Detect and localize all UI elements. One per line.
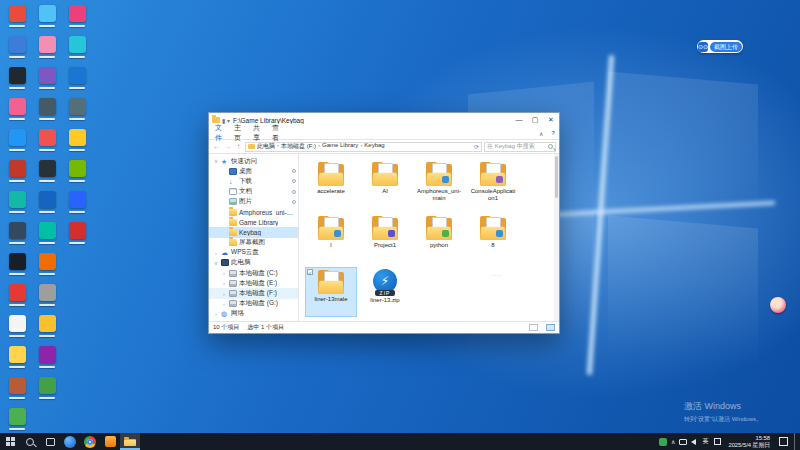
expander-icon[interactable]: › bbox=[221, 280, 227, 286]
volume-icon[interactable] bbox=[691, 439, 696, 445]
desktop-icon[interactable] bbox=[4, 98, 30, 126]
file-explorer-taskbar-icon[interactable] bbox=[120, 433, 140, 450]
desktop-icon[interactable] bbox=[34, 98, 60, 126]
expander-icon[interactable]: ∨ bbox=[213, 260, 219, 266]
breadcrumb[interactable]: 此电脑›本地磁盘 (F:)›Game Library›Keybag ⟳ bbox=[245, 142, 482, 152]
desktop-icon[interactable] bbox=[64, 36, 90, 64]
clock[interactable]: 15:58 2025/5/4 星期日 bbox=[725, 435, 773, 448]
desktop-icon[interactable] bbox=[34, 67, 60, 95]
maximize-button[interactable]: ▢ bbox=[527, 113, 543, 127]
desktop-icon[interactable] bbox=[4, 408, 30, 436]
up-icon[interactable]: ↑ bbox=[234, 142, 243, 151]
breadcrumb-item-本地磁盘-f-[interactable]: 本地磁盘 (F:) bbox=[281, 142, 316, 151]
sidebar-item-game-library[interactable]: Game Library bbox=[209, 217, 298, 227]
sidebar-item-桌面[interactable]: 桌面 bbox=[209, 166, 298, 176]
browser-blue-taskbar-icon[interactable] bbox=[60, 433, 80, 450]
desktop-icon[interactable] bbox=[34, 36, 60, 64]
search-button[interactable] bbox=[20, 433, 40, 450]
file-tile-consoleapplication1[interactable]: ConsoleApplication1 bbox=[467, 159, 519, 209]
sidebar-item-图片[interactable]: 图片 bbox=[209, 197, 298, 207]
minimize-button[interactable]: — bbox=[511, 113, 527, 127]
sidebar-item-屏幕截图[interactable]: 屏幕截图 bbox=[209, 238, 298, 248]
file-tile-ai[interactable]: AI bbox=[359, 159, 411, 209]
desktop-icon[interactable] bbox=[34, 253, 60, 281]
sidebar-item-keybag[interactable]: Keybag bbox=[209, 227, 298, 237]
expander-icon[interactable]: › bbox=[221, 301, 227, 307]
desktop-icon[interactable] bbox=[34, 284, 60, 312]
show-desktop-button[interactable] bbox=[794, 433, 798, 450]
desktop-icon[interactable] bbox=[34, 160, 60, 188]
desktop-icon[interactable] bbox=[34, 191, 60, 219]
file-tile-project1[interactable]: Project1 bbox=[359, 213, 411, 263]
pill-action-button[interactable]: 截图上传 bbox=[710, 42, 742, 52]
task-view-taskbar-icon[interactable] bbox=[40, 433, 60, 450]
sidebar-item-网络[interactable]: ›◍网络 bbox=[209, 309, 298, 319]
breadcrumb-item-keybag[interactable]: Keybag bbox=[364, 142, 384, 151]
ime-indicator[interactable]: 英 bbox=[700, 436, 710, 447]
ribbon-collapse-icon[interactable]: ∧ bbox=[535, 130, 547, 137]
sidebar-item-本地磁盘-f-[interactable]: ›本地磁盘 (F:) bbox=[209, 288, 298, 298]
app-orange-taskbar-icon[interactable] bbox=[100, 433, 120, 450]
sidebar-item-本地磁盘-g-[interactable]: ›本地磁盘 (G:) bbox=[209, 299, 298, 309]
expander-icon[interactable]: ∨ bbox=[213, 158, 219, 164]
desktop-icon[interactable] bbox=[4, 253, 30, 281]
file-tile-amphoreus-uni-main[interactable]: Amphoreus_uni-main bbox=[413, 159, 465, 209]
sidebar-item-文档[interactable]: 文档 bbox=[209, 187, 298, 197]
file-tile-8[interactable]: 8 bbox=[467, 213, 519, 263]
sidebar-item-快速访问[interactable]: ∨★快速访问 bbox=[209, 156, 298, 166]
browser-chrome-taskbar-icon[interactable] bbox=[80, 433, 100, 450]
desktop-icon[interactable] bbox=[4, 191, 30, 219]
desktop-icon[interactable] bbox=[4, 346, 30, 374]
desktop-icon[interactable] bbox=[4, 36, 30, 64]
floating-avatar-button[interactable] bbox=[770, 297, 786, 313]
start-button[interactable] bbox=[0, 433, 20, 450]
back-icon[interactable]: ← bbox=[212, 142, 221, 151]
antivirus-tray-icon[interactable] bbox=[659, 438, 667, 446]
desktop-icon[interactable] bbox=[4, 377, 30, 405]
desktop-icon[interactable] bbox=[34, 315, 60, 343]
desktop-icon[interactable] bbox=[64, 222, 90, 250]
desktop-icon[interactable] bbox=[4, 129, 30, 157]
desktop-icon[interactable] bbox=[64, 5, 90, 33]
desktop-icon[interactable] bbox=[4, 67, 30, 95]
desktop-icon[interactable] bbox=[34, 346, 60, 374]
details-view-icon[interactable] bbox=[529, 324, 538, 331]
expander-icon[interactable]: › bbox=[213, 311, 219, 317]
expander-icon[interactable]: › bbox=[221, 270, 227, 276]
forward-icon[interactable]: → bbox=[223, 142, 232, 151]
sidebar-item-本地磁盘-c-[interactable]: ›本地磁盘 (C:) bbox=[209, 268, 298, 278]
expander-icon[interactable]: › bbox=[213, 250, 219, 256]
help-icon[interactable]: ? bbox=[547, 130, 559, 136]
action-center-icon[interactable] bbox=[779, 437, 788, 446]
checkbox-icon[interactable]: ✓ bbox=[307, 269, 313, 275]
tray-app-icon[interactable] bbox=[714, 438, 721, 445]
desktop-icon[interactable] bbox=[64, 129, 90, 157]
hidden-icons-chevron[interactable]: ∧ bbox=[671, 438, 675, 445]
close-button[interactable]: ✕ bbox=[543, 113, 559, 127]
files-pane[interactable]: ⋯⋯ accelerateAIAmphoreus_uni-mainConsole… bbox=[299, 154, 559, 321]
sidebar-item-下载[interactable]: ↓下载 bbox=[209, 176, 298, 186]
file-tile-liner-13-zip[interactable]: ⚡ZIPliner-13.zip bbox=[359, 267, 411, 317]
desktop-icon[interactable] bbox=[34, 129, 60, 157]
vertical-scrollbar[interactable] bbox=[554, 154, 559, 321]
sidebar-item-本地磁盘-e-[interactable]: ›本地磁盘 (E:) bbox=[209, 278, 298, 288]
network-icon[interactable] bbox=[679, 439, 687, 445]
search-input[interactable]: 在 Keybag 中搜索 bbox=[484, 142, 556, 152]
breadcrumb-item-此电脑[interactable]: 此电脑 bbox=[257, 142, 275, 151]
expander-icon[interactable]: › bbox=[221, 291, 227, 297]
file-tile-accelerate[interactable]: accelerate bbox=[305, 159, 357, 209]
sidebar-item-wps云盘[interactable]: ›☁WPS云盘 bbox=[209, 248, 298, 258]
desktop-icon[interactable] bbox=[34, 377, 60, 405]
floating-tool-pill[interactable]: ⊙⊙ 截图上传 bbox=[697, 40, 743, 53]
file-tile-python[interactable]: python bbox=[413, 213, 465, 263]
desktop-icon[interactable] bbox=[64, 98, 90, 126]
large-icons-view-icon[interactable] bbox=[546, 324, 555, 331]
breadcrumb-item-game-library[interactable]: Game Library bbox=[322, 142, 358, 151]
sidebar-item-此电脑[interactable]: ∨此电脑 bbox=[209, 258, 298, 268]
desktop-icon[interactable] bbox=[64, 191, 90, 219]
sidebar-item-amphoreus-uni-main[interactable]: Amphoreus_uni-main bbox=[209, 207, 298, 217]
desktop-icon[interactable] bbox=[64, 67, 90, 95]
desktop-icon[interactable] bbox=[4, 160, 30, 188]
desktop-icon[interactable] bbox=[64, 160, 90, 188]
desktop-icon[interactable] bbox=[34, 222, 60, 250]
